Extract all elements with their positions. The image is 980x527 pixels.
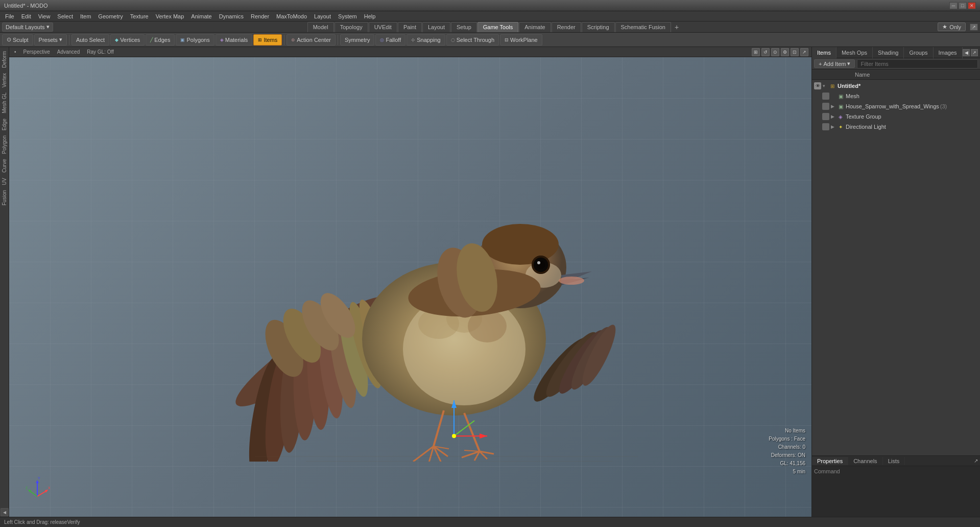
scene-tree[interactable]: 👁 ▾ ⊞ Untitled* ▣ Mesh ▶ ▣ House_Sparrow… [812,80,980,455]
sidebar-curve[interactable]: Curve [1,157,8,175]
menu-dynamics[interactable]: Dynamics [216,12,247,20]
sidebar-uv[interactable]: UV [1,176,8,187]
tree-item-sparrow[interactable]: ▶ ▣ House_Sparrow_with_Spread_Wings (3) [812,101,980,111]
falloff-button[interactable]: ◎ Falloff [375,34,405,45]
presets-button[interactable]: Presets ▾ [34,34,67,45]
panel-tab-items[interactable]: Items [812,47,836,58]
viewport-perspective[interactable]: Perspective [21,49,52,55]
items-icon: ⊞ [258,37,262,42]
menu-item[interactable]: Item [77,12,94,20]
panel-expand-btn[interactable]: ↗ [971,49,978,56]
viewport-3d[interactable]: No Items Polygons : Face Channels: 0 Def… [9,57,811,517]
tree-item-mesh[interactable]: ▣ Mesh [812,91,980,101]
tree-item-light[interactable]: ▶ ✦ Directional Light [812,122,980,132]
action-center-button[interactable]: ⊕ Action Center [286,34,336,45]
separator-1 [69,35,69,45]
vis-icon-sparrow[interactable] [822,103,829,110]
symmetry-button[interactable]: Symmetry [340,34,375,45]
sidebar-edge[interactable]: Edge [1,117,8,132]
expand-texture[interactable]: ▶ [831,114,837,119]
menu-texture[interactable]: Texture [127,12,152,20]
tab-scripting[interactable]: Scripting [582,22,615,32]
vertices-button[interactable]: ◆ Vertices [110,34,145,45]
panel-tab-images[interactable]: Images [934,47,963,58]
sidebar-toggle-btn[interactable]: ◀ [1,508,9,516]
menu-animate[interactable]: Animate [188,12,214,20]
viewport-icon-grid[interactable]: ⊞ [752,48,760,56]
sidebar-meshgl[interactable]: Mesh GL [1,90,8,116]
star-icon: ★ [942,24,947,30]
panel-expand-btn[interactable]: ↗ [970,24,978,31]
close-button[interactable]: ✕ [968,2,976,9]
viewport-icon-settings[interactable]: ⚙ [781,48,789,56]
menu-geometry[interactable]: Geometry [95,12,126,20]
tab-properties[interactable]: Properties [812,457,848,465]
panel-collapse-btn[interactable]: ◀ [963,49,970,56]
panel-tab-mesh-ops[interactable]: Mesh Ops [836,47,873,58]
expand-light[interactable]: ▶ [831,124,837,129]
viewport-raygl[interactable]: Ray GL: Off [85,49,116,55]
sculpt-button[interactable]: ⊙ Sculpt [2,34,33,45]
tab-schematic-fusion[interactable]: Schematic Fusion [615,22,671,32]
select-through-button[interactable]: ◌ Select Through [446,34,499,45]
minimize-button[interactable]: ─ [949,2,958,9]
vis-icon-light[interactable] [822,123,829,130]
add-item-button[interactable]: + Add Item ▾ [814,59,855,68]
sidebar-vertex[interactable]: Vertex [1,71,8,89]
edges-button[interactable]: ╱ Edges [146,34,175,45]
vis-icon-untitled[interactable]: 👁 [814,82,821,89]
viewport-icon-refresh[interactable]: ↺ [761,48,770,56]
menu-maxtomodo[interactable]: MaxToModo [273,12,310,20]
tab-layout[interactable]: Layout [422,22,450,32]
tab-model[interactable]: Model [307,22,334,32]
tab-animate[interactable]: Animate [519,22,551,32]
tab-lists[interactable]: Lists [883,457,905,465]
items-button[interactable]: ⊞ Items [253,34,282,45]
sidebar-fusion[interactable]: Fusion [1,188,8,208]
menu-edit[interactable]: Edit [18,12,34,20]
menu-select[interactable]: Select [54,12,76,20]
add-tab-button[interactable]: + [672,22,682,32]
viewport-advanced[interactable]: Advanced [55,49,82,55]
polygons-button[interactable]: ▣ Polygons [176,34,214,45]
menu-file[interactable]: File [2,12,17,20]
menu-help[interactable]: Help [361,12,379,20]
workplane-button[interactable]: ⊟ WorkPlane [500,34,542,45]
auto-select-button[interactable]: Auto Select [71,34,109,45]
snapping-button[interactable]: ⊹ Snapping [407,34,445,45]
menu-layout[interactable]: Layout [311,12,334,20]
sidebar-polygon[interactable]: Polygon [1,133,8,156]
sparrow-icon: ▣ [837,103,844,110]
tree-item-untitled[interactable]: 👁 ▾ ⊞ Untitled* [812,81,980,91]
only-button[interactable]: ★ Only [938,22,966,31]
vis-icon-texture[interactable] [822,113,829,120]
title-text: Untitled* - MODO [4,3,48,9]
materials-button[interactable]: ◈ Materials [216,34,253,45]
maximize-button[interactable]: □ [959,2,967,9]
expand-sparrow[interactable]: ▶ [831,104,837,109]
menu-view[interactable]: View [35,12,54,20]
tab-uvedit[interactable]: UVEdit [369,22,397,32]
tab-setup[interactable]: Setup [451,22,477,32]
viewport-icon-expand[interactable]: ↗ [800,48,808,56]
tree-item-texture[interactable]: ▶ ◈ Texture Group [812,111,980,122]
tab-topology[interactable]: Topology [334,22,368,32]
panel-tab-shading[interactable]: Shading [873,47,904,58]
filter-items-input[interactable] [857,59,978,68]
viewport-icon-maximize[interactable]: ⊡ [791,48,799,56]
tab-game-tools[interactable]: Game Tools [477,22,519,32]
vis-icon-mesh[interactable] [822,93,829,100]
tab-render[interactable]: Render [552,22,581,32]
bottom-expand-btn[interactable]: ↗ [972,457,980,465]
menu-vertex-map[interactable]: Vertex Map [153,12,187,20]
viewport-icon-camera[interactable]: ⊙ [771,48,779,56]
layout-selector[interactable]: Default Layouts ▾ [2,22,53,32]
tab-paint[interactable]: Paint [398,22,422,32]
menu-render[interactable]: Render [248,12,272,20]
viewport-dot[interactable]: • [12,49,18,55]
sidebar-deform[interactable]: Deform [1,49,8,70]
panel-tab-groups[interactable]: Groups [904,47,933,58]
expand-untitled[interactable]: ▾ [823,83,829,88]
tab-channels[interactable]: Channels [848,457,882,465]
menu-system[interactable]: System [335,12,360,20]
